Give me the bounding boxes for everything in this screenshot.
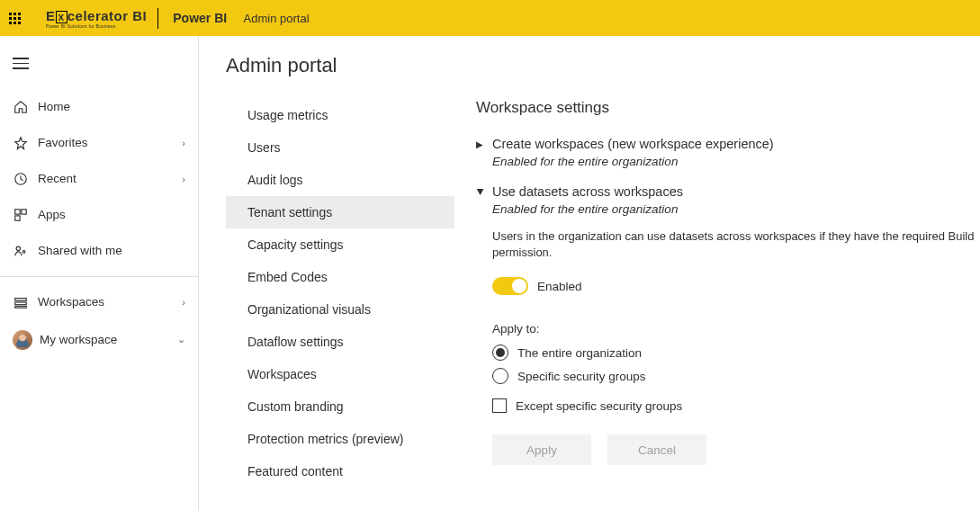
home-icon (13, 99, 29, 115)
svg-rect-3 (15, 215, 20, 219)
svg-point-4 (16, 246, 20, 250)
cancel-button[interactable]: Cancel (607, 434, 706, 465)
svg-rect-8 (15, 306, 26, 308)
radio-icon (492, 368, 508, 384)
expand-triangle-icon[interactable]: ▶ (476, 137, 485, 153)
settings-nav-usage-metrics[interactable]: Usage metrics (226, 99, 454, 131)
divider (0, 276, 198, 277)
settings-nav-dataflow[interactable]: Dataflow settings (226, 326, 454, 358)
app-name: Power BI (173, 11, 227, 25)
admin-settings-nav: Usage metrics Users Audit logs Tenant se… (226, 99, 454, 488)
setting-description: Users in the organization can use datase… (492, 228, 980, 261)
svg-rect-7 (15, 302, 26, 305)
sidebar-item-my-workspace[interactable]: My workspace ⌄ (0, 320, 198, 360)
radio-specific-groups[interactable]: Specific security groups (492, 368, 980, 384)
settings-nav-tenant-settings[interactable]: Tenant settings (226, 196, 454, 228)
star-icon (13, 135, 29, 151)
settings-nav-org-visuals[interactable]: Organizational visuals (226, 293, 454, 326)
collapse-triangle-icon[interactable]: ▶ (472, 189, 489, 197)
sidebar-item-shared[interactable]: Shared with me (0, 233, 198, 269)
radio-label: The entire organization (517, 346, 642, 360)
chevron-right-icon: › (182, 174, 185, 184)
settings-nav-branding[interactable]: Custom branding (226, 390, 454, 423)
settings-nav-featured[interactable]: Featured content (226, 455, 454, 488)
apps-icon (13, 207, 29, 223)
page-name: Admin portal (244, 12, 310, 25)
checkbox-except-groups[interactable]: Except specific security groups (492, 398, 980, 413)
radio-label: Specific security groups (517, 370, 646, 383)
apply-button[interactable]: Apply (492, 434, 591, 465)
shared-icon (13, 243, 29, 259)
svg-point-5 (22, 250, 25, 253)
sidebar-item-label: Favorites (38, 136, 88, 149)
checkbox-icon (492, 398, 507, 413)
sidebar-item-label: Home (38, 100, 70, 113)
radio-entire-org[interactable]: The entire organization (492, 344, 980, 361)
sidebar-item-favorites[interactable]: Favorites › (0, 125, 198, 161)
settings-nav-embed-codes[interactable]: Embed Codes (226, 261, 454, 293)
enabled-toggle[interactable] (492, 277, 528, 295)
chevron-right-icon: › (182, 297, 185, 308)
sidebar-item-workspaces[interactable]: Workspaces › (0, 284, 198, 320)
menu-toggle-icon[interactable] (0, 58, 198, 89)
clock-icon (13, 171, 29, 187)
setting-status: Enabled for the entire organization (492, 202, 980, 216)
radio-icon (492, 344, 508, 361)
settings-nav-capacity[interactable]: Capacity settings (226, 228, 454, 261)
section-title: Workspace settings (476, 99, 980, 117)
breadcrumb: Power BI Admin portal (173, 10, 309, 26)
sidebar-item-label: Recent (38, 172, 76, 185)
settings-nav-protection[interactable]: Protection metrics (preview) (226, 423, 454, 455)
checkbox-label: Except specific security groups (516, 399, 682, 413)
sidebar-item-home[interactable]: Home (0, 89, 198, 125)
svg-rect-2 (22, 209, 26, 213)
setting-label: Create workspaces (new workspace experie… (492, 137, 774, 151)
toggle-label: Enabled (537, 280, 582, 293)
sidebar-item-recent[interactable]: Recent › (0, 161, 198, 197)
avatar (13, 330, 32, 350)
brand-logo: Excelerator BI Power BI Solutions for Bu… (46, 8, 158, 29)
settings-nav-workspaces[interactable]: Workspaces (226, 358, 454, 390)
setting-label: Use datasets across workspaces (492, 184, 683, 199)
chevron-right-icon: › (182, 138, 185, 148)
chevron-down-icon: ⌄ (177, 334, 185, 345)
settings-nav-audit-logs[interactable]: Audit logs (226, 164, 454, 196)
apply-to-label: Apply to: (492, 322, 980, 336)
sidebar-item-label: My workspace (40, 333, 117, 346)
page-title: Admin portal (226, 54, 980, 77)
sidebar-item-label: Shared with me (38, 244, 122, 257)
sidebar-item-label: Workspaces (38, 295, 104, 309)
setting-status: Enabled for the entire organization (492, 155, 980, 168)
svg-rect-1 (15, 209, 20, 213)
app-launcher-icon[interactable] (9, 13, 21, 24)
svg-rect-6 (15, 298, 26, 300)
sidebar-item-label: Apps (38, 208, 66, 221)
sidebar-item-apps[interactable]: Apps (0, 197, 198, 233)
workspaces-icon (13, 294, 29, 310)
settings-nav-users[interactable]: Users (226, 131, 454, 164)
